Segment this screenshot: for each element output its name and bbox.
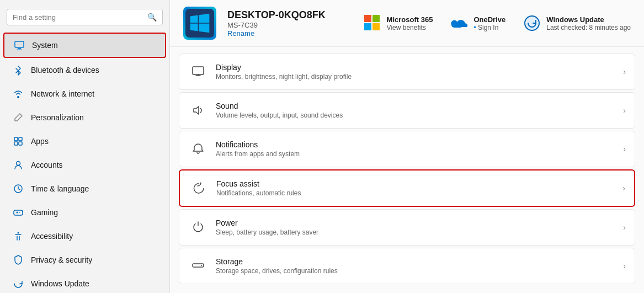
notifications-desc: Alerts from apps and system xyxy=(216,150,619,158)
focusassist-chevron: › xyxy=(622,184,625,193)
device-header: DESKTOP-0KQO8FK MS-7C39 Rename xyxy=(170,0,644,47)
settings-item-display[interactable]: Display Monitors, brightness, night ligh… xyxy=(179,54,635,90)
power-icon xyxy=(188,217,208,237)
device-name: DESKTOP-0KQO8FK xyxy=(227,9,326,21)
system-icon xyxy=(13,39,25,51)
accessibility-icon xyxy=(12,230,24,242)
microsoft365-subtitle: View benefits xyxy=(387,24,433,31)
settings-item-focusassist[interactable]: Focus assist Notifications, automatic ru… xyxy=(179,169,635,207)
gaming-icon xyxy=(12,206,24,219)
storage-title: Storage xyxy=(216,257,619,266)
svg-rect-1 xyxy=(18,48,21,49)
settings-item-storage[interactable]: Storage Storage space, drives, configura… xyxy=(179,248,635,284)
sidebar-item-system[interactable]: System xyxy=(3,33,166,58)
sidebar-item-network[interactable]: Network & internet xyxy=(3,82,166,105)
svg-rect-12 xyxy=(185,9,214,38)
onedrive-title: OneDrive xyxy=(473,15,505,24)
power-title: Power xyxy=(216,219,619,227)
display-desc: Monitors, brightness, night light, displ… xyxy=(216,73,619,81)
sidebar-item-bluetooth[interactable]: Bluetooth & devices xyxy=(3,58,166,82)
svg-point-10 xyxy=(19,212,20,213)
svg-rect-5 xyxy=(14,142,18,145)
sidebar-item-time[interactable]: Time & language xyxy=(3,177,166,200)
sidebar-item-accessibility[interactable]: Accessibility xyxy=(3,225,166,248)
focusassist-text: Focus assist Notifications, automatic ru… xyxy=(216,179,618,197)
header-apps: Microsoft 365 View benefits OneDrive xyxy=(364,14,631,32)
notifications-text: Notifications Alerts from apps and syste… xyxy=(216,140,619,158)
onedrive-dot: • xyxy=(473,24,478,31)
device-model: MS-7C39 xyxy=(227,21,326,29)
sidebar-item-privacy[interactable]: Privacy & security xyxy=(3,248,166,271)
sidebar-item-gaming[interactable]: Gaming xyxy=(3,201,166,224)
sidebar-item-apps[interactable]: Apps xyxy=(3,130,166,153)
sidebar-item-apps-label: Apps xyxy=(31,137,49,146)
windowsupdate-header-title: Windows Update xyxy=(546,15,631,24)
settings-item-sound[interactable]: Sound Volume levels, output, input, soun… xyxy=(179,92,635,129)
svg-rect-13 xyxy=(364,15,371,22)
svg-point-11 xyxy=(18,232,19,234)
display-chevron: › xyxy=(623,67,626,76)
sidebar-item-update-label: Windows Update xyxy=(31,279,89,288)
sidebar-item-privacy-label: Privacy & security xyxy=(31,255,92,264)
network-icon xyxy=(12,88,24,100)
sidebar-item-update[interactable]: Windows Update xyxy=(3,272,166,293)
header-app-microsoft365[interactable]: Microsoft 365 View benefits xyxy=(364,14,433,32)
onedrive-subtitle: • Sign In xyxy=(473,24,505,31)
sidebar-item-gaming-label: Gaming xyxy=(31,208,58,217)
header-app-windowsupdate[interactable]: Windows Update Last checked: 8 minutes a… xyxy=(523,14,631,32)
svg-rect-3 xyxy=(14,137,18,141)
power-chevron: › xyxy=(623,223,626,232)
microsoft365-title: Microsoft 365 xyxy=(387,15,433,24)
device-logo xyxy=(183,7,216,40)
accounts-icon xyxy=(12,159,24,171)
privacy-icon xyxy=(12,254,24,266)
svg-rect-2 xyxy=(17,49,22,50)
search-input[interactable] xyxy=(13,13,145,22)
header-app-onedrive[interactable]: OneDrive • Sign In xyxy=(450,14,505,32)
notifications-icon xyxy=(188,139,208,159)
sound-icon xyxy=(188,100,208,120)
sound-desc: Volume levels, output, input, sound devi… xyxy=(216,111,619,119)
search-icon: 🔍 xyxy=(147,13,157,22)
settings-list: Display Monitors, brightness, night ligh… xyxy=(170,47,644,293)
nav-items: System Bluetooth & devices xyxy=(0,32,169,293)
notifications-chevron: › xyxy=(623,145,626,153)
display-title: Display xyxy=(216,63,619,72)
windowsupdate-header-subtitle: Last checked: 8 minutes ago xyxy=(546,24,631,31)
rename-link[interactable]: Rename xyxy=(227,29,326,38)
sidebar-item-accounts[interactable]: Accounts xyxy=(3,153,166,177)
svg-rect-15 xyxy=(364,23,371,30)
svg-rect-18 xyxy=(193,67,204,74)
storage-desc: Storage space, drives, configuration rul… xyxy=(216,267,619,275)
svg-point-17 xyxy=(525,16,539,30)
storage-chevron: › xyxy=(623,262,626,270)
svg-rect-6 xyxy=(19,142,22,145)
sound-text: Sound Volume levels, output, input, soun… xyxy=(216,102,619,119)
update-icon xyxy=(12,278,24,290)
sidebar-item-time-label: Time & language xyxy=(31,184,89,193)
svg-rect-0 xyxy=(15,41,24,47)
search-box[interactable]: 🔍 xyxy=(7,9,163,25)
windowsupdate-details: Windows Update Last checked: 8 minutes a… xyxy=(546,15,631,31)
sidebar: 🔍 System xyxy=(0,0,170,293)
storage-icon xyxy=(188,256,208,276)
display-text: Display Monitors, brightness, night ligh… xyxy=(216,63,619,81)
sidebar-item-personalization[interactable]: Personalization xyxy=(3,106,166,129)
storage-text: Storage Storage space, drives, configura… xyxy=(216,257,619,275)
sidebar-item-system-label: System xyxy=(32,41,58,50)
svg-point-7 xyxy=(17,162,20,166)
svg-rect-4 xyxy=(19,137,22,141)
onedrive-icon xyxy=(450,14,468,32)
windowsupdate-header-icon xyxy=(523,14,541,32)
display-icon xyxy=(188,62,208,82)
settings-item-power[interactable]: Power Sleep, battery usage, battery save… xyxy=(179,209,635,246)
microsoft365-details: Microsoft 365 View benefits xyxy=(387,15,433,31)
focusassist-desc: Notifications, automatic rules xyxy=(216,189,618,197)
settings-item-notifications[interactable]: Notifications Alerts from apps and syste… xyxy=(179,131,635,167)
sidebar-item-network-label: Network & internet xyxy=(31,89,94,98)
focusassist-icon xyxy=(189,178,209,198)
microsoft365-icon xyxy=(364,14,381,32)
sound-chevron: › xyxy=(623,106,626,115)
sidebar-item-accessibility-label: Accessibility xyxy=(31,232,73,241)
sidebar-item-personalization-label: Personalization xyxy=(31,113,84,122)
